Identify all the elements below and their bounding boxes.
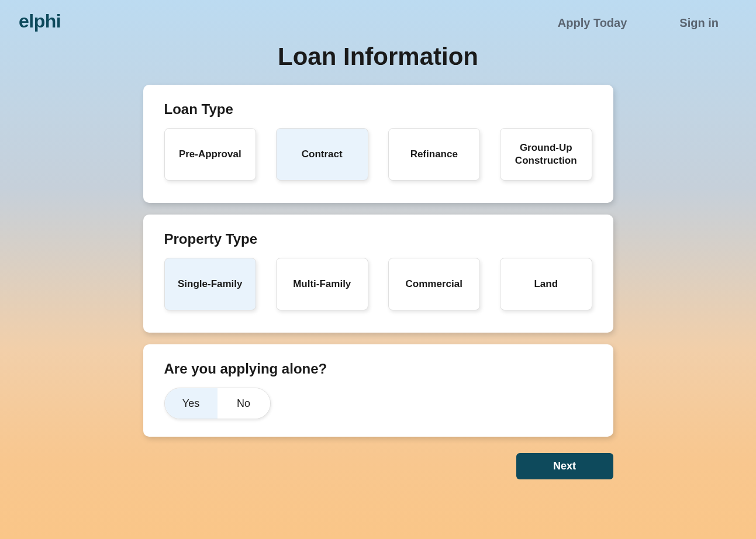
next-button[interactable]: Next bbox=[516, 453, 613, 479]
applying-alone-toggle: Yes No bbox=[164, 388, 271, 419]
loan-type-option-contract[interactable]: Contract bbox=[276, 128, 368, 181]
applying-alone-yes[interactable]: Yes bbox=[165, 388, 218, 419]
apply-today-link[interactable]: Apply Today bbox=[558, 16, 627, 30]
property-type-option-multi-family[interactable]: Multi-Family bbox=[276, 258, 368, 310]
loan-type-option-pre-approval[interactable]: Pre-Approval bbox=[164, 128, 257, 181]
sign-in-link[interactable]: Sign in bbox=[679, 16, 719, 30]
loan-type-card: Loan Type Pre-Approval Contract Refinanc… bbox=[143, 85, 613, 203]
applying-alone-toggle-row: Yes No bbox=[164, 388, 592, 419]
property-type-title: Property Type bbox=[164, 231, 592, 247]
property-type-card: Property Type Single-Family Multi-Family… bbox=[143, 215, 613, 333]
logo[interactable]: elphi bbox=[19, 11, 61, 32]
loan-type-option-ground-up-construction[interactable]: Ground-Up Construction bbox=[500, 128, 592, 181]
property-type-options: Single-Family Multi-Family Commercial La… bbox=[164, 258, 592, 310]
loan-type-options: Pre-Approval Contract Refinance Ground-U… bbox=[164, 128, 592, 181]
next-row: Next bbox=[143, 453, 613, 479]
applying-alone-no[interactable]: No bbox=[218, 388, 270, 419]
applying-alone-title: Are you applying alone? bbox=[164, 361, 592, 377]
property-type-option-single-family[interactable]: Single-Family bbox=[164, 258, 257, 310]
nav-links: Apply Today Sign in bbox=[558, 13, 737, 30]
header: elphi Apply Today Sign in bbox=[0, 0, 756, 32]
page-title: Loan Information bbox=[0, 43, 756, 71]
loan-type-title: Loan Type bbox=[164, 101, 592, 118]
loan-type-option-refinance[interactable]: Refinance bbox=[388, 128, 481, 181]
applying-alone-card: Are you applying alone? Yes No bbox=[143, 344, 613, 437]
property-type-option-commercial[interactable]: Commercial bbox=[388, 258, 481, 310]
property-type-option-land[interactable]: Land bbox=[500, 258, 592, 310]
